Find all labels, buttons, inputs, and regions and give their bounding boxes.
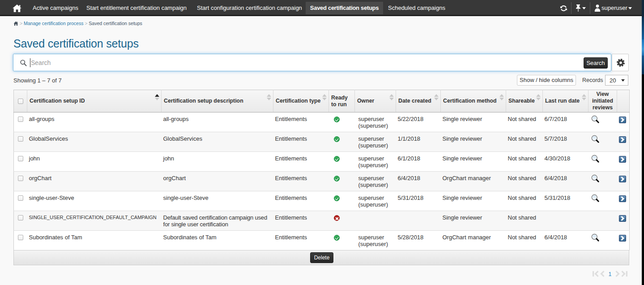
svg-text:1: 1: [609, 271, 612, 277]
